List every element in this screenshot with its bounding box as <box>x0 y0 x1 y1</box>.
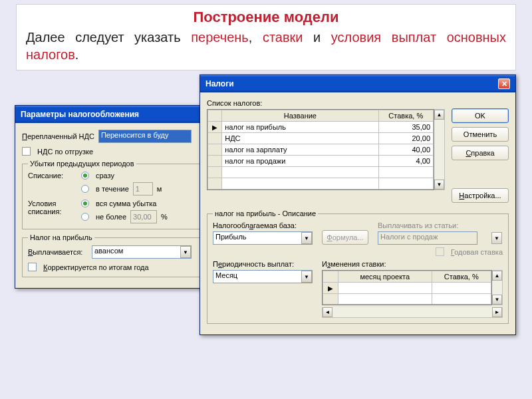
dropdown-arrow-icon[interactable]: ▼ <box>301 271 312 283</box>
scroll-up-icon[interactable]: ▲ <box>492 271 502 281</box>
formula-button: Формула... <box>322 230 368 245</box>
adjusted-year-label: Корректируется по итогам года <box>43 263 149 271</box>
base-combo[interactable]: Прибыль <box>213 231 313 245</box>
table-row[interactable]: налог на зарплату 40,00 <box>208 144 434 156</box>
cancel-button[interactable]: Отменить <box>452 127 509 142</box>
losses-group: Убытки предыдущих периодов Списание: сра… <box>22 160 213 229</box>
settings-button[interactable]: Настройка... <box>452 188 509 203</box>
tax-list-label: Список налогов: <box>207 99 445 107</box>
adjusted-year-checkbox[interactable] <box>28 263 37 271</box>
base-label: Налогооблагаемая база: <box>213 221 313 229</box>
table-row-empty[interactable] <box>208 167 434 178</box>
titlebar-taxes[interactable]: Налоги ✕ <box>200 75 515 92</box>
titlebar-tax-params[interactable]: Параметры налогообложения <box>15 106 220 123</box>
payfrom-label: Выплачивать из статьи: <box>378 221 503 229</box>
scroll-right-icon[interactable]: ► <box>492 307 502 317</box>
table-row[interactable]: НДС 20,00 <box>208 133 434 144</box>
cell-rate[interactable]: 20,00 <box>378 133 433 144</box>
vat-overpaid-label: Переплаченный НДС <box>22 132 94 140</box>
table-row[interactable]: ▶ налог на прибыль 35,00 <box>208 122 434 133</box>
desc-group: налог на прибыль - Описание Налогооблага… <box>207 209 509 324</box>
col-rate[interactable]: Ставка, % <box>378 110 433 122</box>
annual-rate-checkbox <box>436 247 444 256</box>
dropdown-arrow-icon: ▼ <box>491 232 502 244</box>
desc-legend: налог на прибыль - Описание <box>213 209 318 217</box>
profit-legend: Налог на прибыль <box>28 233 94 241</box>
col-month[interactable]: месяц проекта <box>338 271 432 283</box>
grid-corner <box>323 271 338 283</box>
writeoff-radio-immediate[interactable] <box>81 172 89 180</box>
payfrom-combo: Налоги с продаж <box>378 231 477 245</box>
vat-shipment-label: НДС по отгрузке <box>37 148 93 156</box>
table-row[interactable]: ▶ <box>323 283 491 294</box>
paid-label: Выплачивается: <box>28 248 88 256</box>
changes-label: Изменения ставки: <box>322 260 503 268</box>
slide-subtitle: Далее следует указать перечень, ставки и… <box>26 29 506 63</box>
cell-rate[interactable]: 35,00 <box>378 122 433 133</box>
annual-rate-label: Годовая ставка <box>451 248 503 256</box>
grid-vscroll[interactable]: ▲ ▼ <box>434 109 445 190</box>
writeoff-period-label: в течение <box>96 185 129 193</box>
cell-name[interactable]: налог на зарплату <box>222 144 378 156</box>
cond-unit: % <box>161 213 168 221</box>
title-text: Параметры налогообложения <box>21 110 139 119</box>
table-row-empty[interactable] <box>323 294 491 305</box>
slide-header: Построение модели Далее следует указать … <box>16 4 516 70</box>
cond-label: Условия списания: <box>28 200 74 223</box>
writeoff-period-input <box>133 182 153 196</box>
window-tax-params: Параметры налогообложения Переплаченный … <box>15 105 221 289</box>
grid-corner <box>208 110 222 122</box>
scroll-down-icon[interactable]: ▼ <box>492 295 502 305</box>
writeoff-immediate-label: сразу <box>96 172 114 180</box>
changes-hscroll[interactable]: ◄ ► <box>322 307 503 318</box>
dropdown-arrow-icon[interactable]: ▼ <box>301 232 312 244</box>
profit-group: Налог на прибыль Выплачивается: авансом … <box>22 233 213 277</box>
writeoff-radio-period[interactable] <box>81 185 89 193</box>
period-label: Периодичность выплат: <box>213 260 313 268</box>
writeoff-label: Списание: <box>28 172 74 200</box>
changes-grid[interactable]: месяц проекта Ставка, % ▶ <box>322 270 492 305</box>
ok-button[interactable]: OK <box>452 108 509 123</box>
cond-limit-input <box>130 210 157 223</box>
cond-full-label: вся сумма убытка <box>96 200 156 207</box>
cond-radio-full[interactable] <box>81 200 89 207</box>
vat-shipment-checkbox[interactable] <box>22 147 31 156</box>
col-name[interactable]: Название <box>222 110 378 122</box>
changes-vscroll[interactable]: ▲ ▼ <box>492 270 503 305</box>
table-row[interactable]: налог на продажи 4,00 <box>208 156 434 167</box>
cell-name[interactable]: налог на прибыль <box>222 122 378 133</box>
losses-legend: Убытки предыдущих периодов <box>28 160 136 168</box>
title-text: Налоги <box>205 79 234 88</box>
window-taxes: Налоги ✕ Список налогов: Название Ставка… <box>200 74 516 335</box>
cell-rate[interactable]: 4,00 <box>378 156 433 167</box>
dropdown-arrow-icon[interactable]: ▼ <box>180 246 191 258</box>
cell-name[interactable]: НДС <box>222 133 378 144</box>
vat-overpaid-combo[interactable]: Переносится в буду <box>98 130 192 143</box>
close-icon[interactable]: ✕ <box>498 78 510 89</box>
slide-title: Построение модели <box>26 9 506 26</box>
scroll-up-icon[interactable]: ▲ <box>434 110 444 120</box>
cond-radio-limit[interactable] <box>81 213 89 221</box>
table-row-empty[interactable] <box>208 178 434 190</box>
row-cursor-icon: ▶ <box>212 124 217 131</box>
writeoff-unit: м <box>157 185 162 193</box>
col-rate[interactable]: Ставка, % <box>432 271 491 283</box>
cond-limit-label: не более <box>96 213 126 221</box>
paid-combo[interactable]: авансом <box>92 245 192 259</box>
row-cursor-icon: ▶ <box>328 285 333 292</box>
cell-rate[interactable]: 40,00 <box>378 144 433 156</box>
help-button[interactable]: Справка <box>452 146 509 160</box>
cell-name[interactable]: налог на продажи <box>222 156 378 167</box>
scroll-left-icon[interactable]: ◄ <box>323 307 332 317</box>
tax-grid[interactable]: Название Ставка, % ▶ налог на прибыль 35… <box>207 109 434 190</box>
period-combo[interactable]: Месяц <box>213 270 313 283</box>
scroll-down-icon[interactable]: ▼ <box>434 180 444 190</box>
